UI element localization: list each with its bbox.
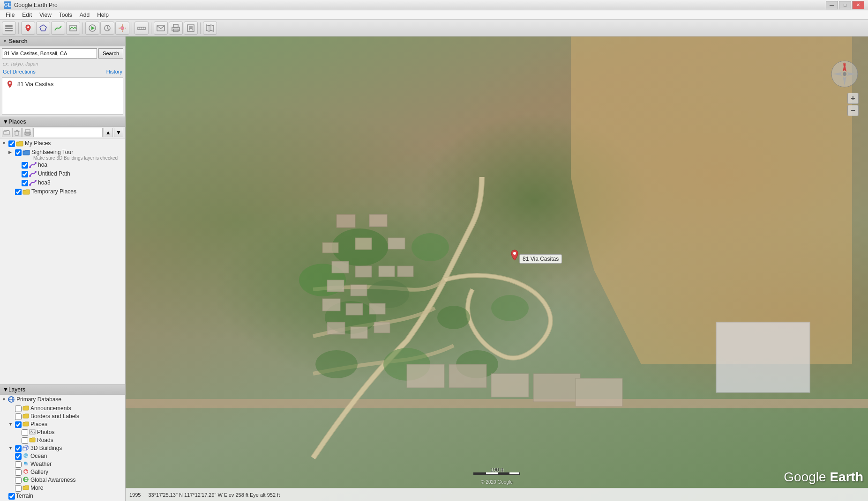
- more-checkbox[interactable]: [15, 485, 22, 492]
- zoom-in-btn[interactable]: +: [847, 93, 859, 104]
- photos-checkbox[interactable]: [22, 429, 28, 436]
- tree-item-hoa[interactable]: ▶ hoa: [0, 161, 125, 170]
- maximize-button[interactable]: □: [839, 1, 851, 9]
- tree-label-roads: Roads: [37, 437, 53, 443]
- tree-item-untitled-path[interactable]: ▶ Untitled Path: [0, 170, 125, 179]
- menu-help[interactable]: Help: [93, 11, 112, 19]
- tree-item-weather[interactable]: ▶ Weather: [0, 460, 125, 468]
- tree-item-announcements[interactable]: ▶ Announcements: [0, 405, 125, 413]
- hoa3-checkbox[interactable]: [22, 180, 28, 186]
- search-results: 81 Via Casitas: [2, 77, 123, 115]
- tree-item-sightseeing[interactable]: ▶ Sightseeing Tour Make sure 3D Building…: [0, 148, 125, 161]
- search-result-item[interactable]: 81 Via Casitas: [2, 78, 123, 91]
- menu-add[interactable]: Add: [76, 11, 93, 19]
- sightseeing-checkbox[interactable]: [15, 149, 22, 156]
- places-delete-btn[interactable]: [12, 128, 22, 137]
- zoom-out-btn[interactable]: −: [847, 105, 859, 116]
- toolbar-print-btn[interactable]: [169, 22, 183, 35]
- map-area[interactable]: 81 Via Casitas N + − 190 ft © 2020 G: [126, 37, 868, 501]
- places-down-btn[interactable]: ▼: [114, 128, 123, 137]
- tree-item-places-layer[interactable]: ▼ Places: [0, 420, 125, 428]
- svg-point-36: [29, 166, 31, 168]
- more-folder-icon: [22, 485, 29, 492]
- places-header[interactable]: ▼ Places: [0, 117, 125, 127]
- tree-label-borders: Borders and Labels: [30, 413, 79, 420]
- places-expand-icon: ▼: [3, 118, 8, 125]
- toolbar-sun-btn[interactable]: [115, 22, 129, 35]
- toolbar-save-image-btn[interactable]: [184, 22, 198, 35]
- tree-item-more[interactable]: ▶ More: [0, 484, 125, 492]
- toolbar-polygon-btn[interactable]: [36, 22, 50, 35]
- search-input[interactable]: [2, 48, 97, 59]
- menu-tools[interactable]: Tools: [55, 11, 76, 19]
- toolbar-placemark-btn[interactable]: [21, 22, 35, 35]
- toolbar-historical-btn[interactable]: [100, 22, 114, 35]
- toolbar-separator-5: [200, 22, 201, 34]
- places-new-folder-btn[interactable]: [2, 128, 11, 137]
- tree-item-primary-db[interactable]: ▼ Primary Database: [0, 396, 125, 405]
- layers-header[interactable]: ▼ Layers: [0, 385, 125, 395]
- borders-icon: [22, 413, 29, 420]
- search-placeholder-text: ex: Tokyo, Japan: [0, 60, 125, 68]
- nav-compass[interactable]: N: [831, 60, 859, 88]
- tree-item-3d-buildings[interactable]: ▼ 3D Buildings: [0, 444, 125, 452]
- tree-item-borders[interactable]: ▶ Borders and Labels: [0, 413, 125, 420]
- global-awareness-icon: [22, 477, 29, 484]
- svg-marker-23: [206, 25, 214, 31]
- places-search-input[interactable]: [33, 128, 103, 137]
- search-header[interactable]: ▼ Search: [0, 37, 125, 46]
- tree-item-photos[interactable]: ▶ Photos: [0, 428, 125, 436]
- announcements-checkbox[interactable]: [15, 405, 22, 412]
- global-awareness-checkbox[interactable]: [15, 477, 22, 484]
- menu-file[interactable]: File: [2, 11, 18, 19]
- get-directions-link[interactable]: Get Directions: [3, 69, 36, 74]
- temporary-places-checkbox[interactable]: [15, 189, 22, 195]
- my-places-checkbox[interactable]: [8, 140, 15, 147]
- tree-item-global-awareness[interactable]: ▶ Global Awareness: [0, 476, 125, 484]
- weather-checkbox[interactable]: [15, 461, 22, 468]
- menu-view[interactable]: View: [36, 11, 55, 19]
- minimize-button[interactable]: —: [826, 1, 838, 9]
- svg-point-97: [513, 252, 516, 255]
- history-link[interactable]: History: [106, 69, 122, 74]
- toolbar-map-btn[interactable]: [203, 22, 217, 35]
- tree-item-my-places[interactable]: ▼ My Places: [0, 140, 125, 148]
- 3d-buildings-checkbox[interactable]: [15, 445, 22, 452]
- menu-bar: File Edit View Tools Add Help: [0, 10, 868, 20]
- tree-item-terrain[interactable]: ▶ Terrain: [0, 492, 125, 500]
- svg-text:N: N: [843, 62, 846, 66]
- svg-rect-0: [5, 25, 13, 27]
- tree-item-gallery[interactable]: ▶ Gallery: [0, 468, 125, 476]
- copyright-text: © 2020 Google: [481, 479, 512, 485]
- places-layer-checkbox[interactable]: [15, 421, 22, 428]
- toolbar-tour-btn[interactable]: [85, 22, 99, 35]
- svg-point-57: [24, 464, 28, 465]
- close-button[interactable]: ✕: [852, 1, 864, 9]
- places-up-btn[interactable]: ▲: [104, 128, 113, 137]
- borders-checkbox[interactable]: [15, 413, 22, 420]
- primary-db-expand: ▼: [2, 397, 7, 402]
- tree-label-temporary-places: Temporary Places: [31, 188, 76, 195]
- gallery-checkbox[interactable]: [15, 469, 22, 476]
- tree-item-roads[interactable]: ▶ Roads: [0, 436, 125, 444]
- tree-item-temporary-places[interactable]: ▶ Temporary Places: [0, 188, 125, 197]
- toolbar-image-overlay-btn[interactable]: [66, 22, 80, 35]
- tree-item-hoa3[interactable]: ▶ hoa3: [0, 179, 125, 188]
- toolbar-layers-btn[interactable]: [2, 22, 16, 35]
- untitled-path-checkbox[interactable]: [22, 171, 28, 177]
- places-print-btn[interactable]: [22, 128, 32, 137]
- tree-label-3d-buildings: 3D Buildings: [30, 445, 62, 451]
- toolbar-email-btn[interactable]: [154, 22, 168, 35]
- roads-checkbox[interactable]: [22, 437, 28, 444]
- hoa-checkbox[interactable]: [22, 162, 28, 169]
- ocean-checkbox[interactable]: [15, 453, 22, 460]
- tree-label-global-awareness: Global Awareness: [30, 477, 76, 483]
- layers-tree: ▼ Primary Database ▶ Announcements: [0, 395, 125, 501]
- toolbar-ruler-btn[interactable]: [135, 22, 149, 35]
- tree-item-ocean[interactable]: ▶ Ocean: [0, 452, 125, 460]
- toolbar-path-btn[interactable]: [51, 22, 65, 35]
- menu-edit[interactable]: Edit: [18, 11, 36, 19]
- tree-label-weather: Weather: [30, 461, 52, 467]
- search-button[interactable]: Search: [98, 48, 123, 59]
- terrain-checkbox[interactable]: [8, 493, 15, 500]
